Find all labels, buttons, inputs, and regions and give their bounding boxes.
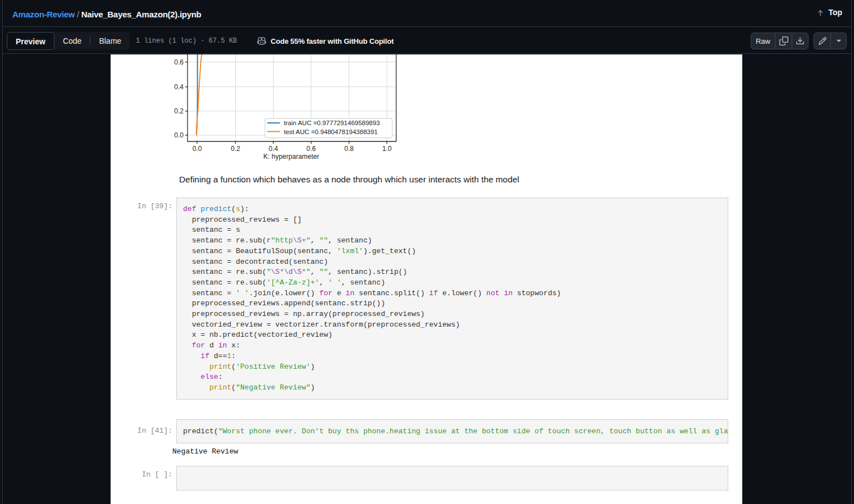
svg-text:0.2: 0.2	[174, 107, 184, 115]
svg-text:0.6: 0.6	[307, 145, 316, 153]
svg-text:test AUC =0.9480478194388391: test AUC =0.9480478194388391	[284, 129, 378, 135]
svg-text:train AUC =0.9777291469589893: train AUC =0.9777291469589893	[284, 120, 380, 126]
svg-text:0.6: 0.6	[174, 58, 184, 66]
svg-text:K: hyperparameter: K: hyperparameter	[263, 153, 319, 161]
svg-text:0.0: 0.0	[174, 131, 184, 139]
svg-text:0.0: 0.0	[193, 145, 202, 153]
svg-text:0.8: 0.8	[344, 145, 354, 153]
svg-text:0.4: 0.4	[268, 145, 278, 153]
svg-text:0.4: 0.4	[174, 83, 184, 91]
svg-text:1.0: 1.0	[382, 145, 392, 153]
svg-text:0.2: 0.2	[231, 145, 240, 153]
